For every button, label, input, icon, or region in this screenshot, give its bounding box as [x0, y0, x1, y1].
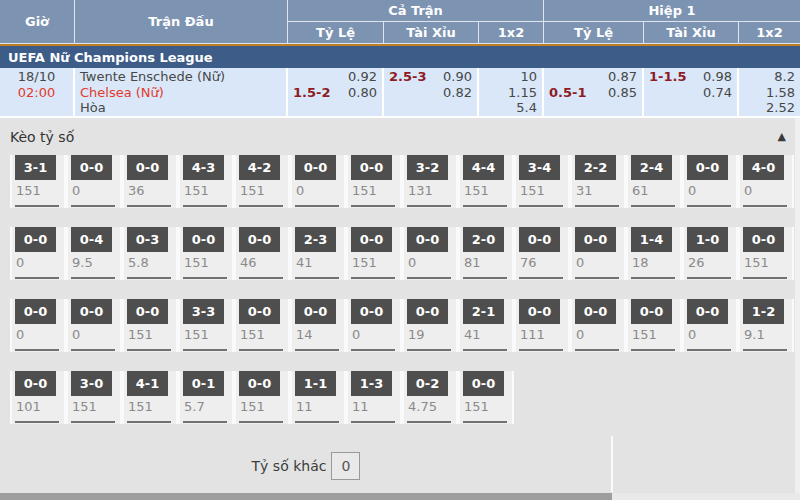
score-odds: 151 [516, 180, 568, 198]
full-handicap-home-odds[interactable]: 0.92 [348, 69, 377, 85]
horizontal-scrollbar-thumb[interactable] [0, 493, 612, 500]
score-label: 0-0 [351, 227, 392, 252]
score-cell[interactable]: 2-141 [458, 299, 514, 352]
score-cell[interactable]: 0-0151 [234, 299, 290, 352]
score-cell[interactable]: 0-0151 [346, 227, 402, 280]
score-cell[interactable]: 0-0151 [178, 227, 234, 280]
correct-score-title: Kèo tỷ số [10, 129, 74, 145]
score-label: 3-3 [183, 299, 224, 324]
score-cell[interactable]: 4-2151 [234, 155, 290, 208]
score-underline [295, 277, 339, 279]
full-over-odds[interactable]: 0.90 [443, 69, 472, 85]
half-handicap-away-odds[interactable]: 0.85 [608, 85, 637, 101]
header-half-1x2: 1x2 [739, 22, 800, 44]
half-over-odds[interactable]: 0.98 [703, 69, 732, 85]
score-cell[interactable]: 4-1151 [122, 371, 178, 424]
score-cell[interactable]: 1-026 [682, 227, 738, 280]
score-cell[interactable]: 3-0151 [66, 371, 122, 424]
score-cell[interactable]: 0-0151 [234, 371, 290, 424]
score-underline [463, 277, 507, 279]
score-cell[interactable]: 0-00 [570, 227, 626, 280]
score-cell[interactable]: 3-1151 [10, 155, 66, 208]
score-cell[interactable]: 4-4151 [458, 155, 514, 208]
full-1x2-draw[interactable]: 5.4 [484, 100, 537, 116]
league-name: UEFA Nữ Champions League [8, 50, 213, 65]
score-odds: 76 [516, 252, 568, 270]
score-cell[interactable]: 0-15.7 [178, 371, 234, 424]
score-odds: 0 [572, 252, 624, 270]
score-cell[interactable]: 0-0111 [514, 299, 570, 352]
header-match-column: Trận Đấu [75, 0, 288, 44]
score-underline [351, 421, 395, 423]
score-cell[interactable]: 0-00 [290, 155, 346, 208]
score-cell[interactable]: 0-35.8 [122, 227, 178, 280]
score-cell[interactable]: 0-0151 [346, 155, 402, 208]
score-cell[interactable]: 0-24.75 [402, 371, 458, 424]
score-cell[interactable]: 0-0151 [458, 371, 514, 424]
score-cell[interactable]: 2-231 [570, 155, 626, 208]
score-cell[interactable]: 0-00 [570, 299, 626, 352]
score-cell[interactable]: 0-0101 [10, 371, 66, 424]
score-odds: 151 [180, 252, 232, 270]
half-overunder-cell: 1-1.50.98 0.74 [644, 68, 739, 116]
score-cell[interactable]: 0-00 [66, 299, 122, 352]
header-half-handicap: Tỷ Lệ [544, 22, 644, 44]
score-cell[interactable]: 0-49.5 [66, 227, 122, 280]
vertical-scrollbar-track[interactable] [795, 118, 800, 493]
other-score-input[interactable]: 0 [331, 452, 360, 480]
home-team[interactable]: Twente Enschede (Nữ) [80, 69, 281, 85]
score-cell[interactable]: 0-00 [10, 299, 66, 352]
half-1x2-away[interactable]: 1.58 [744, 85, 795, 101]
score-odds: 0 [684, 324, 736, 342]
score-cell[interactable]: 1-311 [346, 371, 402, 424]
score-cell[interactable]: 0-036 [122, 155, 178, 208]
away-team[interactable]: Chelsea (Nữ) [80, 85, 281, 101]
full-1x2-away[interactable]: 1.15 [484, 85, 537, 101]
score-cell[interactable]: 0-076 [514, 227, 570, 280]
horizontal-scrollbar-track[interactable] [0, 493, 800, 500]
header-full-time-group: Cả Trận [288, 0, 544, 22]
score-cell[interactable]: 0-00 [346, 299, 402, 352]
full-under-odds[interactable]: 0.82 [443, 85, 472, 101]
score-cell[interactable]: 0-00 [682, 299, 738, 352]
score-cell[interactable]: 0-00 [66, 155, 122, 208]
score-cell[interactable]: 3-2131 [402, 155, 458, 208]
score-cell[interactable]: 4-3151 [178, 155, 234, 208]
score-label: 0-0 [463, 371, 504, 396]
score-odds: 151 [12, 180, 64, 198]
score-odds: 5.7 [180, 396, 232, 414]
score-cell[interactable]: 1-29.1 [738, 299, 794, 352]
half-under-odds[interactable]: 0.74 [703, 85, 732, 101]
score-cell[interactable]: 0-019 [402, 299, 458, 352]
score-cell[interactable]: 0-046 [234, 227, 290, 280]
score-cell[interactable]: 0-00 [402, 227, 458, 280]
score-odds: 0 [292, 180, 344, 198]
collapse-arrow-icon[interactable]: ▲ [778, 130, 786, 143]
score-odds: 11 [348, 396, 400, 414]
score-cell[interactable]: 0-00 [682, 155, 738, 208]
score-cell[interactable]: 2-341 [290, 227, 346, 280]
score-cell[interactable]: 1-418 [626, 227, 682, 280]
score-label: 3-2 [407, 155, 448, 180]
score-odds: 0 [12, 252, 64, 270]
full-handicap-away-odds[interactable]: 0.80 [348, 85, 377, 101]
score-cell[interactable]: 1-111 [290, 371, 346, 424]
full-1x2-home[interactable]: 10 [484, 69, 537, 85]
score-cell[interactable]: 0-0151 [626, 299, 682, 352]
score-cell[interactable]: 0-014 [290, 299, 346, 352]
score-odds: 151 [236, 396, 288, 414]
half-1x2-draw[interactable]: 2.52 [744, 100, 795, 116]
score-cell[interactable]: 0-0151 [738, 227, 794, 280]
score-cell[interactable]: 0-0151 [122, 299, 178, 352]
score-cell[interactable]: 2-461 [626, 155, 682, 208]
score-cell[interactable]: 4-00 [738, 155, 794, 208]
half-handicap-home-odds[interactable]: 0.87 [608, 69, 637, 85]
score-underline [351, 277, 395, 279]
match-row: 18/10 02:00 Twente Enschede (Nữ) Chelsea… [0, 68, 800, 116]
half-1x2-home[interactable]: 8.2 [744, 69, 795, 85]
score-cell[interactable]: 0-00 [10, 227, 66, 280]
score-cell[interactable]: 2-081 [458, 227, 514, 280]
score-cell[interactable]: 3-4151 [514, 155, 570, 208]
score-cell[interactable]: 3-3151 [178, 299, 234, 352]
score-label: 1-2 [743, 299, 784, 324]
